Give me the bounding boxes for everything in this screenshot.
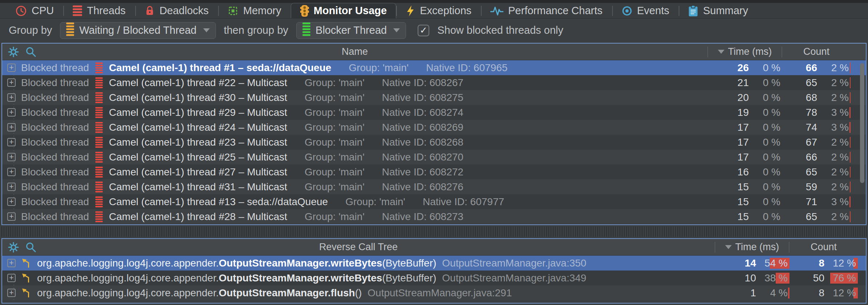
show-blocked-threads-checkbox[interactable]: ✓ [418,25,429,36]
time-value: 14 [716,257,756,269]
count-percent-label: 2 % [831,181,851,192]
time-column-label: Time (ms) [728,46,772,57]
tab-exceptions[interactable]: Exceptions [396,3,481,18]
expand-icon[interactable]: + [7,123,16,131]
expand-icon[interactable]: + [7,259,16,267]
time-column-header[interactable]: Time (ms) [715,241,789,253]
tab-label: Memory [243,5,281,17]
method-name-cell: +org.apache.logging.log4j.core.appender.… [2,287,716,299]
tab-deadlocks[interactable]: Deadlocks [135,3,218,18]
thread-row[interactable]: +Blocked threadCamel (camel-1) thread #2… [2,75,866,90]
thread-row[interactable]: +Blocked threadCamel (camel-1) thread #2… [2,105,866,120]
expand-icon[interactable]: + [7,64,16,72]
expand-icon[interactable]: + [7,138,16,146]
thread-row[interactable]: +Blocked threadCamel (camel-1) thread #2… [2,209,866,224]
tab-label: Events [637,5,670,17]
group-by-primary-select[interactable]: Waiting / Blocked Thread [60,22,216,39]
lightning-icon [406,5,415,17]
thread-native-id: Native ID: 608267 [382,77,463,89]
tab-memory[interactable]: Memory [218,3,291,18]
call-tree-row[interactable]: +org.apache.logging.log4j.core.appender.… [2,256,866,271]
source-location: OutputStreamManager.java:349 [442,272,586,284]
lock-icon [145,5,155,17]
count-value: 8 [789,257,824,269]
search-icon[interactable] [25,46,36,57]
sort-desc-icon [725,245,732,249]
expand-icon[interactable]: + [7,289,16,297]
time-value: 17 [709,122,749,133]
thread-group: Group: 'main' [345,196,405,208]
target-icon [622,5,632,16]
thread-row[interactable]: +Blocked threadCamel (camel-1) thread #1… [2,194,866,209]
time-percent-label: 0 % [763,166,782,178]
count-value: 78 [782,107,817,118]
thread-name: Camel (camel-1) thread #31 – Multicast [109,181,287,193]
thread-group: Group: 'main' [305,181,365,193]
thread-name: Camel (camel-1) thread #25 – Multicast [109,151,287,163]
thread-group: Group: 'main' [305,107,365,118]
thread-row[interactable]: +Blocked threadCamel (camel-1) thread #3… [2,179,866,194]
count-percent-label: 2 % [831,151,851,163]
tab-cpu[interactable]: CPU [6,3,63,18]
settings-gear-icon[interactable] [8,46,19,57]
count-percent: 12 % [824,257,858,269]
thread-state-label: Blocked thread [21,62,89,74]
group-by-secondary-select[interactable]: Blocker Thread [296,22,406,39]
time-percent: 0 % [749,107,782,118]
thread-row[interactable]: +Blocked threadCamel (camel-1) thread #2… [2,120,866,135]
source-location: OutputStreamManager.java:291 [367,287,512,299]
expand-icon[interactable]: + [7,168,16,176]
expand-icon[interactable]: + [7,93,16,102]
thread-row[interactable]: +Blocked threadCamel (camel-1) thread #2… [2,164,866,179]
tab-events[interactable]: Events [612,3,679,18]
tab-performance-charts[interactable]: Performance Charts [481,3,612,18]
thread-row[interactable]: +Blocked threadCamel (camel-1) thread #1… [2,60,866,75]
thread-group: Group: 'main' [349,62,409,74]
expand-icon[interactable]: + [7,108,16,117]
thread-state-label: Blocked thread [21,166,89,178]
thread-native-id: Native ID: 608274 [382,107,463,118]
expand-icon[interactable]: + [7,153,16,161]
thread-group: Group: 'main' [305,92,365,103]
call-tree-row[interactable]: +org.apache.logging.log4j.core.appender.… [2,285,866,300]
thread-group: Group: 'main' [305,77,365,89]
thread-state-icon [95,196,103,207]
tab-label: Performance Charts [508,5,603,17]
chevron-down-icon [203,28,210,32]
search-icon[interactable] [25,242,36,253]
thread-row[interactable]: +Blocked threadCamel (camel-1) thread #2… [2,135,866,150]
scrollbar-thumb[interactable] [860,63,864,183]
time-value: 17 [709,137,749,148]
thread-row[interactable]: +Blocked threadCamel (camel-1) thread #3… [2,90,866,105]
expand-icon[interactable]: + [7,183,16,191]
thread-state-icon [95,167,103,178]
count-percent-label: 2 % [831,211,851,222]
count-column-header[interactable]: Count [782,46,851,57]
name-column-header[interactable]: Name [2,46,707,57]
memory-chip-icon [228,5,238,16]
expand-icon[interactable]: + [7,78,16,87]
tab-threads[interactable]: Threads [63,3,135,18]
expand-icon[interactable]: + [7,274,16,282]
count-value: 50 [789,272,824,284]
settings-gear-icon[interactable] [8,242,19,253]
thread-row-name-cell: +Blocked threadCamel (camel-1) thread #3… [2,181,709,193]
tab-summary[interactable]: Summary [679,3,758,18]
count-percent-label: 3 % [831,107,851,118]
expand-icon[interactable]: + [7,212,16,221]
thread-row[interactable]: +Blocked threadCamel (camel-1) thread #2… [2,150,866,164]
call-tree-row[interactable]: +org.apache.logging.log4j.core.appender.… [2,271,866,285]
time-percent: 0 % [749,62,782,74]
tab-monitor-usage[interactable]: Monitor Usage [291,3,396,18]
method-signature: org.apache.logging.log4j.core.appender.O… [37,272,436,284]
time-percent-label: 0 % [763,77,782,88]
thread-row-name-cell: +Blocked threadCamel (camel-1) thread #2… [2,107,709,118]
thread-name: Camel (camel-1) thread #22 – Multicast [109,77,287,89]
time-column-header[interactable]: Time (ms) [708,46,781,57]
waiting-blocked-thread-icon [66,23,74,38]
vertical-scrollbar [859,61,865,223]
count-value: 59 [782,181,817,193]
count-column-header[interactable]: Count [789,241,858,253]
panel-splitter[interactable] [0,227,868,237]
expand-icon[interactable]: + [7,198,16,206]
